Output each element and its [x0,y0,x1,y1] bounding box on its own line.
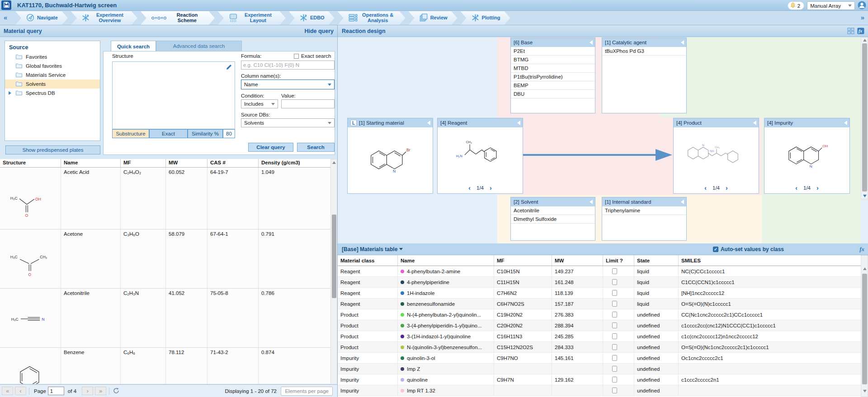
internal-standard-box-header[interactable]: [1] Internal standard [602,197,686,206]
sidebar-item-spectrus-db[interactable]: Spectrus DB [5,89,100,98]
limit-checkbox[interactable] [612,388,617,393]
limit-checkbox[interactable] [612,322,617,328]
tab-reaction-scheme[interactable]: O+O+O Reaction Scheme [141,11,215,25]
solvent-box-header[interactable]: [2] Solvent [511,197,595,206]
limit-checkbox[interactable] [612,268,617,274]
tab-quick-search[interactable]: Quick search [111,41,156,51]
column-header[interactable]: MF [121,159,166,167]
list-item[interactable]: BTMG [511,56,595,64]
refresh-icon[interactable] [113,388,119,395]
last-page-button[interactable]: » [95,387,106,395]
table-row[interactable]: Product N-(4-phenylbutan-2-yl)quinolin..… [338,309,861,320]
table-row[interactable]: Product 3-(4-phenylpiperidin-1-yl)quino.… [338,320,861,331]
column-header[interactable]: Name [61,159,121,167]
elements-per-page-button[interactable]: Elements per page [281,387,333,396]
list-item[interactable]: BEMP [511,81,595,90]
column-header[interactable]: Material class [338,255,398,266]
next-icon[interactable]: › [490,185,492,191]
save-button[interactable] [1,0,11,10]
scroll-down-icon[interactable] [863,195,867,197]
next-icon[interactable]: › [816,185,819,191]
table-row[interactable]: H₃CN Acetonitrile C₂H₃N 41.052 75-05-8 0… [0,289,330,348]
column-header[interactable]: MF [494,255,552,266]
pencil-icon[interactable] [226,64,232,71]
materials-table-title[interactable]: [Base] Materials table [342,246,397,252]
clear-query-button[interactable]: Clear query [248,143,293,152]
table-row[interactable]: H₃CCH₃O Acetone C₃H₆O 58.079 67-64-1 0.7… [0,229,330,289]
scroll-up-icon[interactable] [863,39,867,42]
fx-icon[interactable]: fx [859,246,864,253]
starting-material-box-header[interactable]: L [1] Starting material [348,118,433,127]
structure-editor[interactable] [112,61,235,129]
results-scrollbar[interactable] [330,159,337,384]
table-row[interactable]: H₃COHO Acetic Acid C₂H₄O₂ 60.052 64-19-7… [0,168,330,229]
product-box-header[interactable]: [4] Product [674,118,759,127]
column-header[interactable]: Limit ? [603,255,634,266]
limit-checkbox[interactable] [612,344,617,350]
table-row[interactable]: Impurity Imp Z undefined [338,364,861,374]
scrollbar-thumb[interactable] [332,215,336,298]
table-row[interactable]: Reagent 4-phenylbutan-2-amine C10H15N 14… [338,266,861,277]
next-icon[interactable]: › [726,185,728,191]
scrollbar-thumb[interactable] [862,43,867,191]
column-header[interactable]: MW [552,255,603,266]
collapse-icon[interactable] [590,200,593,204]
collapse-icon[interactable] [844,121,847,125]
column-header[interactable]: Density (g/cm3) [259,159,307,167]
prev-page-button[interactable]: ‹ [15,387,26,395]
notifications-button[interactable]: 2 [788,1,804,10]
base-box-header[interactable]: [6] Base [511,38,595,47]
limit-checkbox[interactable] [612,279,617,285]
list-item[interactable]: DBU [511,90,595,98]
limit-checkbox[interactable] [612,312,617,318]
limit-checkbox[interactable] [612,301,617,307]
similarity-mode-button[interactable]: Similarity % [188,129,223,138]
tab-review[interactable]: Review [409,11,458,25]
prev-icon[interactable]: ‹ [468,185,471,191]
hide-query-link[interactable]: Hide query [304,28,334,34]
nav-expand-right-icon[interactable]: » [861,14,864,21]
list-item[interactable]: Acetonitrile [511,206,595,215]
collapse-icon[interactable] [753,121,756,125]
next-page-button[interactable]: › [82,387,93,395]
tab-operations-analysis[interactable]: Operations & Analysis [338,11,406,25]
list-item[interactable]: Triphenylamine [602,206,686,215]
scroll-up-icon[interactable] [332,161,336,164]
tab-plotting[interactable]: Plotting [461,11,510,25]
catalytic-agent-box-header[interactable]: [1] Catalytic agent [602,38,686,47]
formula-input[interactable] [241,61,335,70]
sidebar-item-materials-service[interactable]: Materials Service [5,70,100,79]
column-header[interactable]: State [634,255,679,266]
search-button[interactable]: Search [297,143,335,152]
prev-icon[interactable]: ‹ [795,185,797,191]
reagent-box-header[interactable]: [4] Reagent [438,118,523,127]
sidebar-item-solvents[interactable]: Solvents [5,79,100,89]
collapse-icon[interactable] [427,121,430,125]
auto-set-checkbox-group[interactable]: ✓ Auto-set values by class [713,246,784,252]
tab-advanced-data-search[interactable]: Advanced data search [156,41,242,51]
table-row[interactable]: Reagent 4-phenylpiperidine C11H15N 161.2… [338,277,861,288]
list-item[interactable]: P1tBu(trisPyrrolidine) [511,73,595,81]
scroll-up-icon[interactable] [863,267,867,270]
tab-edbo[interactable]: EDBO [289,11,335,25]
scrollbar-thumb[interactable] [862,274,867,384]
panel-fx-icon[interactable]: fx [857,28,864,36]
sidebar-item-global-favorites[interactable]: Global favorites [5,61,100,70]
list-item[interactable]: MTBD [511,64,595,73]
column-header[interactable]: SMILES [679,255,861,266]
page-input[interactable] [48,387,64,395]
table-row[interactable]: Benzene C₆H₆ 78.112 71-43-2 0.874 [0,348,330,384]
chevron-down-icon[interactable] [399,248,403,250]
table-row[interactable]: Impurity quinoline C9H7N 129.162 undefin… [338,374,861,385]
column-header[interactable]: MW [166,159,208,167]
materials-scrollbar[interactable] [861,255,868,397]
show-predispensed-plates-button[interactable]: Show predispensed plates [5,145,100,154]
impurity-box-header[interactable]: [4] Impurity [764,118,849,127]
collapse-icon[interactable] [590,40,593,45]
limit-checkbox[interactable] [612,366,617,372]
first-page-button[interactable]: « [2,387,13,395]
table-row[interactable]: Reagent benzenesulfonamide C6H7NO2S 157.… [338,299,861,309]
tab-experiment-overview[interactable]: Experiment Overview [71,11,137,25]
table-row[interactable]: Product 3-(1H-indazol-1-yl)quinoline C16… [338,331,861,342]
table-row[interactable]: Product N-(quinolin-3-yl)benzenesulfon..… [338,342,861,353]
